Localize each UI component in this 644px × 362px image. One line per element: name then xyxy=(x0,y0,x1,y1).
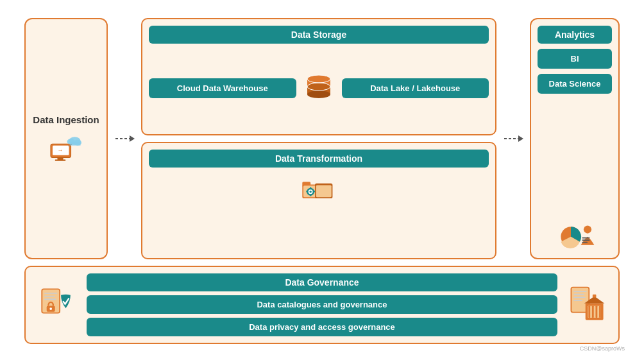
svg-rect-51 xyxy=(588,306,590,318)
diagram: Data Ingestion → xyxy=(14,8,630,354)
governance-left-icon xyxy=(36,284,78,326)
transformation-icon xyxy=(300,173,338,205)
svg-rect-39 xyxy=(44,293,57,294)
svg-rect-56 xyxy=(593,294,597,297)
arrow-right xyxy=(503,18,523,259)
analytics-header: Analytics xyxy=(538,26,612,44)
storage-header: Data Storage xyxy=(149,26,489,44)
svg-text:→: → xyxy=(58,147,64,153)
svg-rect-48 xyxy=(573,300,582,301)
transformation-header: Data Transformation xyxy=(149,150,489,168)
svg-rect-37 xyxy=(582,242,588,243)
gov-item-1: Data catalogues and governance xyxy=(87,295,557,314)
svg-rect-54 xyxy=(599,306,601,318)
svg-rect-20 xyxy=(302,182,310,186)
svg-marker-32 xyxy=(518,135,523,142)
svg-rect-23 xyxy=(316,185,332,197)
svg-rect-30 xyxy=(313,191,315,193)
svg-rect-3 xyxy=(55,159,66,160)
svg-rect-46 xyxy=(573,293,584,295)
top-row: Data Ingestion → xyxy=(24,18,620,259)
governance-right-icon xyxy=(566,284,608,326)
svg-rect-36 xyxy=(582,239,589,241)
ingestion-label: Data Ingestion xyxy=(33,114,99,125)
cloud-warehouse-item: Cloud Data Warehouse xyxy=(149,78,296,98)
svg-rect-41 xyxy=(44,298,56,300)
bi-item: BI xyxy=(538,49,612,69)
analytics-icon xyxy=(554,216,596,252)
svg-rect-52 xyxy=(592,306,594,318)
governance-content: Data Governance Data catalogues and gove… xyxy=(87,273,557,336)
svg-rect-8 xyxy=(70,141,81,145)
svg-rect-35 xyxy=(582,237,589,239)
governance-header: Data Governance xyxy=(87,273,557,291)
svg-rect-47 xyxy=(573,297,586,298)
center-panel: Data Storage Cloud Data Warehouse xyxy=(141,18,496,259)
storage-items: Cloud Data Warehouse xyxy=(149,49,489,128)
governance-row: Data Governance Data catalogues and gove… xyxy=(24,266,620,344)
ingestion-icon: → xyxy=(47,132,85,164)
svg-point-34 xyxy=(583,226,591,234)
svg-point-43 xyxy=(49,307,52,310)
svg-rect-53 xyxy=(596,306,598,318)
database-icon xyxy=(301,73,337,105)
watermark: CSDN@saproWs xyxy=(580,345,625,352)
datalake-item: Data Lake / Lakehouse xyxy=(342,78,489,98)
storage-panel: Data Storage Cloud Data Warehouse xyxy=(141,18,496,135)
ingestion-panel: Data Ingestion → xyxy=(24,18,108,259)
svg-point-26 xyxy=(309,191,311,193)
arrow-left xyxy=(114,18,135,259)
svg-marker-11 xyxy=(130,135,135,142)
svg-point-16 xyxy=(307,90,330,98)
svg-rect-45 xyxy=(573,291,586,292)
dotted-arrow-right-icon xyxy=(503,129,523,148)
dotted-arrow-left-icon xyxy=(114,129,135,148)
analytics-panel: Analytics BI Data Science xyxy=(530,18,620,259)
svg-rect-40 xyxy=(44,295,55,297)
governance-panel: Data Governance Data catalogues and gove… xyxy=(24,266,620,344)
gov-item-2: Data privacy and access governance xyxy=(87,318,557,336)
svg-rect-27 xyxy=(310,187,312,189)
svg-rect-29 xyxy=(306,191,308,193)
svg-rect-28 xyxy=(310,194,312,196)
transformation-panel: Data Transformation xyxy=(141,142,496,259)
data-science-item: Data Science xyxy=(538,74,612,94)
